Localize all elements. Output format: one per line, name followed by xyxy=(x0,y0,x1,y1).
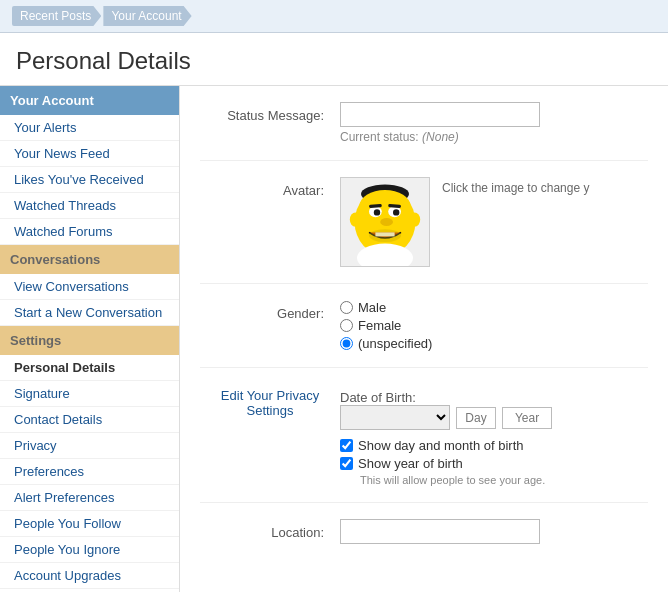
svg-point-11 xyxy=(380,218,393,226)
location-row: Location: xyxy=(200,519,648,560)
show-day-month-checkbox[interactable] xyxy=(340,439,353,452)
gender-label: Gender: xyxy=(200,300,340,321)
dob-row: Edit Your Privacy Settings Date of Birth… xyxy=(200,384,648,503)
status-message-content: Current status: (None) xyxy=(340,102,648,144)
avatar-label: Avatar: xyxy=(200,177,340,198)
dob-day-input[interactable] xyxy=(456,407,496,429)
show-year-label: Show year of birth xyxy=(358,456,463,471)
avatar-hint-text: Click the image to change y xyxy=(442,177,589,195)
gender-male-label: Male xyxy=(358,300,386,315)
homer-simpson-svg xyxy=(341,178,429,266)
sidebar-item-your-alerts[interactable]: Your Alerts xyxy=(0,115,179,141)
gender-female-radio[interactable] xyxy=(340,319,353,332)
status-message-label: Status Message: xyxy=(200,102,340,123)
gender-male-radio[interactable] xyxy=(340,301,353,314)
svg-point-14 xyxy=(350,212,361,226)
dob-year-input[interactable] xyxy=(502,407,552,429)
sidebar-item-start-conversation[interactable]: Start a New Conversation xyxy=(0,300,179,326)
age-hint-text: This will allow people to see your age. xyxy=(360,474,648,486)
sidebar-item-watched-forums[interactable]: Watched Forums xyxy=(0,219,179,245)
sidebar-item-people-you-follow[interactable]: People You Follow xyxy=(0,511,179,537)
dob-checkbox-group: Show day and month of birth Show year of… xyxy=(340,438,648,486)
gender-unspecified-radio[interactable] xyxy=(340,337,353,350)
sidebar-section-conversations[interactable]: Conversations xyxy=(0,245,179,274)
svg-point-8 xyxy=(393,209,399,215)
svg-point-7 xyxy=(374,209,380,215)
sidebar-item-account-upgrades[interactable]: Account Upgrades xyxy=(0,563,179,589)
gender-male-option[interactable]: Male xyxy=(340,300,648,315)
svg-point-15 xyxy=(409,212,420,226)
gender-content: Male Female (unspecified) xyxy=(340,300,648,351)
location-label: Location: xyxy=(200,519,340,540)
gender-row: Gender: Male Female (unspecified) xyxy=(200,300,648,368)
avatar-content: Click the image to change y xyxy=(340,177,648,267)
breadcrumb-recent-posts[interactable]: Recent Posts xyxy=(12,6,101,26)
current-status-value: (None) xyxy=(422,130,459,144)
sidebar-item-contact-details[interactable]: Contact Details xyxy=(0,407,179,433)
sidebar-item-likes-received[interactable]: Likes You've Received xyxy=(0,167,179,193)
sidebar-section-your-account[interactable]: Your Account xyxy=(0,86,179,115)
show-day-month-option[interactable]: Show day and month of birth xyxy=(340,438,648,453)
sidebar-item-alert-preferences[interactable]: Alert Preferences xyxy=(0,485,179,511)
sidebar-item-privacy[interactable]: Privacy xyxy=(0,433,179,459)
sidebar-item-your-news-feed[interactable]: Your News Feed xyxy=(0,141,179,167)
sidebar-item-signature[interactable]: Signature xyxy=(0,381,179,407)
avatar-row: Avatar: xyxy=(200,177,648,284)
svg-point-17 xyxy=(369,229,401,242)
dob-label: Date of Birth: xyxy=(340,384,480,405)
gender-radio-group: Male Female (unspecified) xyxy=(340,300,648,351)
show-year-option[interactable]: Show year of birth xyxy=(340,456,648,471)
svg-point-4 xyxy=(359,190,410,222)
sidebar-item-view-conversations[interactable]: View Conversations xyxy=(0,274,179,300)
breadcrumb: Recent Posts Your Account xyxy=(0,0,668,33)
show-year-checkbox[interactable] xyxy=(340,457,353,470)
sidebar-section-settings[interactable]: Settings xyxy=(0,326,179,355)
gender-female-label: Female xyxy=(358,318,401,333)
location-content xyxy=(340,519,648,544)
avatar-image[interactable] xyxy=(340,177,430,267)
sidebar-item-personal-details[interactable]: Personal Details xyxy=(0,355,179,381)
sidebar-item-people-you-ignore[interactable]: People You Ignore xyxy=(0,537,179,563)
breadcrumb-your-account[interactable]: Your Account xyxy=(103,6,191,26)
gender-unspecified-option[interactable]: (unspecified) xyxy=(340,336,648,351)
content-area: Status Message: Current status: (None) A… xyxy=(180,86,668,592)
page-title: Personal Details xyxy=(0,33,668,86)
status-message-input[interactable] xyxy=(340,102,540,127)
location-input[interactable] xyxy=(340,519,540,544)
sidebar: Your Account Your Alerts Your News Feed … xyxy=(0,86,180,592)
gender-unspecified-label: (unspecified) xyxy=(358,336,432,351)
status-message-row: Status Message: Current status: (None) xyxy=(200,102,648,161)
show-day-month-label: Show day and month of birth xyxy=(358,438,524,453)
dob-inputs xyxy=(340,405,552,430)
sidebar-item-watched-threads[interactable]: Watched Threads xyxy=(0,193,179,219)
current-status-text: Current status: (None) xyxy=(340,130,648,144)
privacy-link[interactable]: Edit Your Privacy Settings xyxy=(221,388,319,418)
gender-female-option[interactable]: Female xyxy=(340,318,648,333)
dob-month-select[interactable] xyxy=(340,405,450,430)
main-layout: Your Account Your Alerts Your News Feed … xyxy=(0,86,668,592)
sidebar-item-preferences[interactable]: Preferences xyxy=(0,459,179,485)
